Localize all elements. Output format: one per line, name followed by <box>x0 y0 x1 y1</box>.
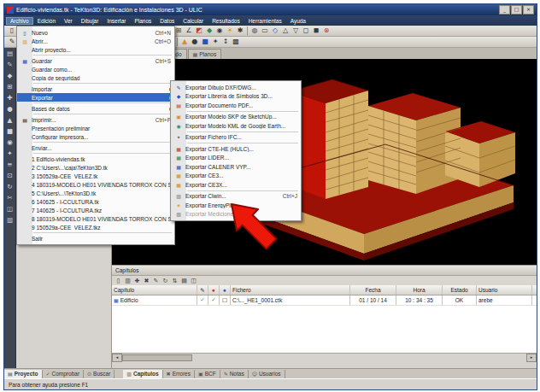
menu-item-configurar-impresora[interactable]: Configurar impresora... <box>17 132 174 141</box>
duplicate-icon[interactable]: ◫ <box>5 204 15 214</box>
column-icon[interactable]: ◉ <box>5 137 15 148</box>
beam-icon[interactable]: ✦ <box>5 149 15 159</box>
box-icon[interactable]: ▭ <box>260 26 270 36</box>
settings-icon[interactable]: ✱ <box>235 26 245 36</box>
light-icon[interactable]: ◍ <box>249 26 260 36</box>
menu-item-bases-de-datos[interactable]: Bases de datos <box>17 104 174 113</box>
point-tool-icon[interactable]: ● <box>190 37 200 47</box>
menu-item-recent-6[interactable]: 6 140625 - I-CCULTURA.tk <box>17 197 174 206</box>
menu-datos[interactable]: Datos <box>156 17 179 25</box>
grid3d-icon[interactable]: ⊞ <box>5 82 15 92</box>
delete-chapter-icon[interactable]: ✖ <box>142 277 151 286</box>
add-floor-icon[interactable]: ✚ <box>5 93 15 103</box>
column-fichero[interactable]: Fichero <box>231 285 350 295</box>
menu-item-recent-9[interactable]: 9 150529a-CEE_VELEZ.tkz <box>17 223 174 231</box>
export-item-lider[interactable]: ▦Exportar LIDER... <box>171 154 301 163</box>
export-item-kml[interactable]: ◉Exportar Modelo KML de Google Earth... <box>171 121 301 131</box>
export-item-ce3[interactable]: ▦Exportar CE3... <box>171 172 301 181</box>
menu-item-guardar[interactable]: ▦GuardarCtrl+S <box>17 56 174 65</box>
measure-icon[interactable]: ∠ <box>184 26 194 36</box>
list-icon[interactable]: ≡ <box>5 160 15 170</box>
scroll-left-icon[interactable]: ◂ <box>112 354 122 362</box>
menu-item-salir[interactable]: Salir <box>17 234 174 243</box>
copy-chapter-icon[interactable]: ◫ <box>189 277 198 286</box>
menu-item-abrir[interactable]: ▥Abrir...Ctrl+O <box>17 37 174 45</box>
solid-view-icon[interactable]: ◼ <box>311 26 321 36</box>
wireframe-icon[interactable]: ◻ <box>301 26 311 36</box>
move-down-icon[interactable]: ▽ <box>291 26 301 36</box>
export-item-cte-he-hulc[interactable]: ▦Exportar CTE-HE (HULC)... <box>171 144 301 154</box>
menu-item-recent-7[interactable]: 7 140625 - I-CCULTURA.tkz <box>17 206 174 214</box>
tab-errores[interactable]: ✖ Errores <box>163 370 195 378</box>
refresh-chapter-icon[interactable]: ↻ <box>161 277 170 286</box>
column-capitulo[interactable]: Capítulo <box>112 285 197 295</box>
menu-ver[interactable]: Ver <box>60 17 77 25</box>
scrollbar-thumb[interactable] <box>122 354 192 361</box>
export-item-dxf-dwg[interactable]: ✎Exportar Dibujo DXF/DWG... <box>171 83 301 92</box>
horizontal-scrollbar[interactable]: ◂ ▸ <box>112 353 537 361</box>
edit-flag-column-icon[interactable]: ✎ <box>197 285 208 295</box>
calc-flag-column-icon[interactable]: ● <box>208 285 220 295</box>
menu-item-abrir-proyecto[interactable]: Abrir proyecto... <box>17 45 174 54</box>
library-icon[interactable]: ▥ <box>5 215 15 225</box>
diamond-tool-icon[interactable]: ◇ <box>270 26 280 36</box>
column-usuario[interactable]: Usuario <box>477 285 532 295</box>
menu-item-presentacion-preliminar[interactable]: Presentación preliminar <box>17 124 174 132</box>
node-icon[interactable]: ● <box>5 104 15 114</box>
add-chapter-icon[interactable]: ✚ <box>132 277 142 286</box>
menu-item-recent-8[interactable]: 8 180319-MODELO HE01 VIVIENDAS TORROX CO… <box>17 214 174 223</box>
export-item-pdf[interactable]: ▤Exportar Documento PDF... <box>171 101 301 110</box>
trim-icon[interactable]: ✂ <box>5 193 15 203</box>
export-item-simbolos-3d[interactable]: ◆Exportar Librería de Símbolos 3D... <box>171 92 301 102</box>
menu-item-enviar[interactable]: Enviar... <box>17 143 174 152</box>
maximize-button[interactable]: □ <box>511 5 522 15</box>
project-tree-icon[interactable]: ▤ <box>5 49 15 59</box>
report-chapter-icon[interactable]: ▤ <box>179 277 189 286</box>
sketch-icon[interactable]: ✎ <box>5 60 15 70</box>
menu-item-recent-3[interactable]: 3 150529a-CEE_VELEZ.tk <box>17 172 174 180</box>
vertical-dim-icon[interactable]: ↕ <box>220 37 231 47</box>
export-item-skp[interactable]: ▣Exportar Modelo SKP de SketchUp... <box>171 113 301 122</box>
rect-tool-icon[interactable]: ■ <box>200 37 210 47</box>
menu-item-recent-1[interactable]: 1 Edificio-viviendas.tk <box>17 155 174 163</box>
menu-item-guardar-como[interactable]: Guardar como... <box>17 65 174 73</box>
region-icon[interactable]: ▩ <box>231 37 241 47</box>
menu-planos[interactable]: Planos <box>130 17 156 25</box>
wall-icon[interactable]: ■ <box>5 126 15 137</box>
menu-item-recent-4[interactable]: 4 180319-MODELO HE01 VIVIENDAS TORROX CO… <box>17 180 174 189</box>
tab-buscar[interactable]: ⊙ Buscar <box>84 370 114 378</box>
render-icon[interactable]: ◆ <box>204 26 214 36</box>
cell-checkbox[interactable]: ☐ <box>220 295 231 305</box>
column-fecha[interactable]: Fecha <box>350 285 396 295</box>
triangle-tool-icon[interactable]: ▲ <box>179 37 190 47</box>
tab-comprobar[interactable]: ✓ Comprobar <box>43 370 85 378</box>
menu-herramientas[interactable]: Herramientas <box>244 17 286 25</box>
menu-item-imprimir[interactable]: ▤Imprimir...Ctrl+P <box>17 115 174 124</box>
tab-bcf[interactable]: ▣ BCF <box>195 370 220 378</box>
menu-item-copia-seguridad[interactable]: Copia de seguridad <box>17 73 174 82</box>
menu-item-recent-2[interactable]: 2 C:\Users\...\caja\TeKton3D.tk <box>17 163 174 172</box>
table-row[interactable]: ▦Edificio ✓ ✓ ☐ C:\..._HE1_0001.ctk 01 /… <box>112 295 537 306</box>
export-item-calener-vyp[interactable]: ▦Exportar CALENER VYP... <box>171 162 301 172</box>
scroll-right-icon[interactable]: ▸ <box>526 354 537 362</box>
menu-ayuda[interactable]: Ayuda <box>286 17 310 25</box>
slope-icon[interactable]: ▲ <box>5 115 15 126</box>
tab-proyecto[interactable]: ▤ Proyecto <box>4 370 43 378</box>
close-button[interactable]: × <box>523 5 534 15</box>
link-flag-column-icon[interactable]: ● <box>220 285 231 295</box>
menu-item-importar[interactable]: Importar <box>17 85 174 93</box>
rotate-view-icon[interactable]: ↻ <box>5 182 15 192</box>
open-chapter-icon[interactable]: ▥ <box>123 277 132 286</box>
menu-dibujar[interactable]: Dibujar <box>77 17 103 25</box>
menu-resultados[interactable]: Resultados <box>208 17 244 25</box>
sun-icon[interactable]: ☀ <box>225 26 235 36</box>
tab-planos[interactable]: ▦ Planos <box>188 49 222 59</box>
column-estado[interactable]: Estado <box>443 285 477 295</box>
export-item-ifc[interactable]: ✦Exportar Fichero IFC... <box>171 133 301 143</box>
menu-edicion[interactable]: Edición <box>33 17 60 25</box>
fit-view-icon[interactable]: ⊡ <box>5 171 15 181</box>
edit-chapter-icon[interactable]: ✎ <box>151 277 161 286</box>
menu-archivo[interactable]: Archivo <box>6 17 33 25</box>
column-hora[interactable]: Hora <box>396 285 443 295</box>
minimize-button[interactable]: _ <box>499 5 510 15</box>
